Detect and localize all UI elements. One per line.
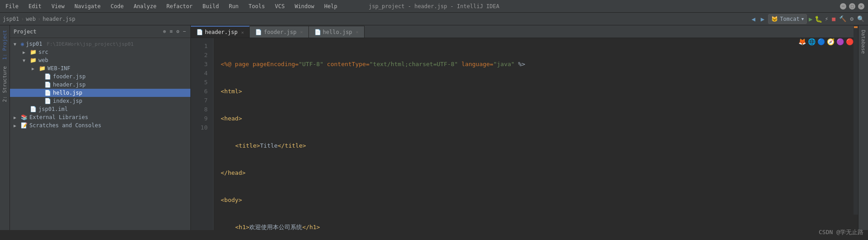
tab-fooder-jsp[interactable]: 📄 fooder.jsp ✕ (250, 26, 308, 38)
menu-window[interactable]: Window (293, 2, 316, 10)
code-line-1: <%@ page pageEncoding="UTF-8" contentTyp… (221, 60, 858, 69)
debug-button[interactable]: 🐛 (815, 15, 822, 23)
coverage-button[interactable]: ⚡ (824, 14, 830, 23)
code-content[interactable]: <%@ page pageEncoding="UTF-8" contentTyp… (213, 38, 858, 230)
file-icon: 📄 (44, 82, 51, 88)
breadcrumb-item-file[interactable]: header.jsp (43, 16, 75, 22)
code-line-7: <h1>欢迎使用本公司系统</h1> (221, 223, 858, 230)
stop-button[interactable]: ■ (831, 14, 836, 23)
tree-item-jsp01-iml[interactable]: ▶ 📄 jsp01.iml (10, 105, 190, 113)
code-token: "text/html;charset=UTF-8" (370, 60, 458, 69)
tree-item-label: index.jsp (53, 98, 82, 104)
line-number: 9 (193, 114, 211, 123)
menu-run[interactable]: Run (227, 2, 241, 10)
maximize-button[interactable]: □ (849, 3, 855, 10)
line-number: 6 (193, 87, 211, 96)
edge-icon[interactable]: 🟣 (836, 38, 844, 45)
ie-icon[interactable]: 🔵 (817, 38, 825, 45)
menu-help[interactable]: Help (323, 2, 339, 10)
search-button[interactable]: 🔍 (856, 14, 865, 23)
tree-item-fooder-jsp[interactable]: ▶ 📄 fooder.jsp (10, 72, 190, 81)
folder-icon: 📁 (30, 57, 37, 63)
breadcrumb-item-web[interactable]: web (26, 16, 36, 22)
code-token: %> (515, 60, 525, 69)
chrome-icon[interactable]: 🌐 (808, 38, 816, 45)
line-number: 4 (193, 69, 211, 78)
right-vtabs: Database (858, 25, 868, 230)
menu-refactor[interactable]: Refactor (165, 2, 194, 10)
file-icon: 📄 (196, 29, 203, 35)
vtab-structure[interactable]: 2: Structure (0, 63, 9, 105)
menu-bar[interactable]: File Edit View Navigate Code Analyze Ref… (4, 2, 339, 10)
project-panel: Project ⊕ ≡ ⚙ − ▼ ◉ jsp01 F:\IDEAWork\js… (10, 25, 191, 230)
firefox-icon[interactable]: 🦊 (798, 38, 806, 45)
window-title: jsp_project - header.jsp - IntelliJ IDEA (369, 3, 499, 10)
code-token: <title> (235, 141, 260, 150)
code-line-5: </head> (221, 168, 858, 178)
tree-item-label: header.jsp (53, 82, 85, 88)
expand-arrow-icon: ▼ (23, 58, 27, 63)
window-controls[interactable]: ─ □ ✕ (840, 3, 864, 10)
tree-item-jsp01[interactable]: ▼ ◉ jsp01 F:\IDEAWork\jsp_project\jsp01 (10, 40, 190, 48)
run-button[interactable]: ▶ (809, 15, 812, 23)
settings-button[interactable]: ⚙ (849, 14, 854, 23)
tree-item-webinf[interactable]: ▶ 📁 WEB-INF (10, 64, 190, 72)
code-token: pageEncoding= (252, 60, 299, 69)
menu-code[interactable]: Code (109, 2, 126, 10)
menu-tools[interactable]: Tools (247, 2, 267, 10)
code-token: "java" (493, 60, 515, 69)
line-number: 7 (193, 96, 211, 105)
menu-file[interactable]: File (4, 2, 20, 10)
nav-back-button[interactable]: ◀ (749, 14, 757, 24)
vtab-database[interactable]: Database (859, 27, 868, 57)
menu-build[interactable]: Build (201, 2, 221, 10)
tab-close-icon[interactable]: ✕ (300, 29, 303, 34)
menu-view[interactable]: View (50, 2, 66, 10)
code-token: <body> (221, 196, 242, 205)
top-toolbar-right: ◀ ▶ 🐱 Tomcat ▼ ▶ 🐛 ⚡ ■ 🔨 ⚙ 🔍 (749, 14, 865, 24)
tree-item-header-jsp[interactable]: ▶ 📄 header.jsp (10, 81, 190, 89)
sidebar-header: Project ⊕ ≡ ⚙ − (10, 25, 190, 38)
tab-header-jsp[interactable]: 📄 header.jsp ✕ (191, 26, 250, 38)
minimize-button[interactable]: ─ (840, 3, 846, 10)
tab-hello-jsp[interactable]: 📄 hello.jsp ✕ (309, 26, 365, 38)
tab-close-icon[interactable]: ✕ (356, 29, 359, 34)
nav-forward-button[interactable]: ▶ (759, 14, 766, 24)
file-icon: 📄 (44, 73, 51, 80)
tree-item-label: jsp01.iml (38, 106, 68, 112)
tree-item-web[interactable]: ▼ 📁 web (10, 56, 190, 64)
tomcat-label: Tomcat (780, 16, 799, 22)
code-token: </head> (221, 168, 246, 178)
line-numbers: 1 2 3 4 5 6 7 8 9 10 (191, 38, 213, 230)
run-config-selector[interactable]: 🐱 Tomcat ▼ (768, 14, 807, 24)
menu-vcs[interactable]: VCS (273, 2, 287, 10)
close-button[interactable]: ✕ (858, 3, 864, 10)
tree-item-scratches[interactable]: ▶ 📝 Scratches and Consoles (10, 121, 190, 130)
safari-icon[interactable]: 🧭 (827, 38, 835, 45)
collapse-icon[interactable]: ≡ (169, 28, 174, 35)
tab-close-icon[interactable]: ✕ (241, 30, 244, 35)
tree-item-label: WEB-INF (47, 65, 71, 72)
tree-item-label: fooder.jsp (53, 73, 85, 80)
tree-item-src[interactable]: ▶ 📁 src (10, 48, 190, 56)
hide-panel-icon[interactable]: − (182, 28, 187, 35)
left-vtabs: 1: Project 2: Structure (0, 25, 10, 230)
settings-icon[interactable]: ⚙ (175, 28, 180, 35)
menu-analyze[interactable]: Analyze (132, 2, 158, 10)
tree-item-external-libraries[interactable]: ▶ 📚 External Libraries (10, 113, 190, 121)
menu-navigate[interactable]: Navigate (73, 2, 103, 10)
code-line-4: <title>Title</title> (221, 141, 858, 150)
other-icon[interactable]: 🔴 (846, 38, 854, 45)
build-button[interactable]: 🔨 (838, 14, 847, 23)
tree-item-hello-jsp[interactable]: ▶ 📄 hello.jsp (10, 89, 190, 97)
code-token: contentType= (323, 60, 370, 69)
code-line-2: <html> (221, 87, 858, 96)
sidebar-toolbar: ⊕ ≡ ⚙ − (162, 28, 187, 35)
tree-item-index-jsp[interactable]: ▶ 📄 index.jsp (10, 97, 190, 105)
tomcat-icon: 🐱 (771, 16, 778, 22)
breadcrumb-item-jsp01[interactable]: jsp01 (3, 16, 19, 22)
tab-label: header.jsp (205, 29, 237, 35)
menu-edit[interactable]: Edit (27, 2, 43, 10)
sync-icon[interactable]: ⊕ (162, 28, 167, 35)
vtab-project[interactable]: 1: Project (0, 27, 9, 62)
